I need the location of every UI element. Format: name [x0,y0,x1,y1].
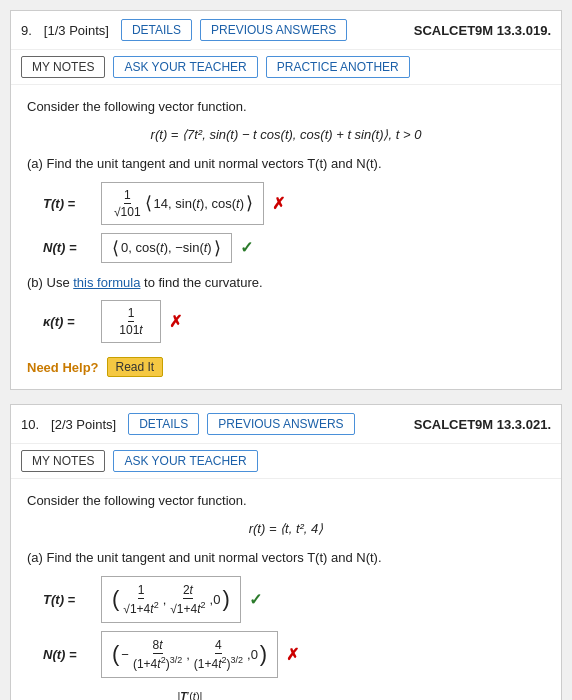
problem-9-body: Consider the following vector function. … [11,85,561,389]
problem-10-body: Consider the following vector function. … [11,479,561,700]
problem-10-header: 10. [2/3 Points] DETAILS PREVIOUS ANSWER… [11,405,561,444]
problem-9-part-b: (b) Use this formula to find the curvatu… [27,273,545,293]
problem-10-number: 10. [21,417,39,432]
T-label-9: T(t) = [43,196,93,211]
details-button-9[interactable]: DETAILS [121,19,192,41]
scalcet-label-10: SCALCET9M 13.3.021. [414,417,551,432]
my-notes-button-10[interactable]: MY NOTES [21,450,105,472]
problem-10-N-line: N(t) = ( − 8t (1+4t2)3/2 , 4 (1+4t2)3/2 … [43,631,545,678]
N-label-9: N(t) = [43,240,93,255]
N-label-10: N(t) = [43,647,93,662]
details-button-10[interactable]: DETAILS [128,413,199,435]
N-answer-10[interactable]: ( − 8t (1+4t2)3/2 , 4 (1+4t2)3/2 ,0 ) [101,631,278,678]
kappa-answer-9[interactable]: 1101t [101,300,161,343]
problem-10-r-eq: r(t) = ⟨t, t², 4⟩ [27,519,545,539]
kappa-incorrect-icon-9: ✗ [169,312,182,331]
N-incorrect-icon-10: ✗ [286,645,299,664]
problem-10-second-row: MY NOTES ASK YOUR TEACHER [11,444,561,479]
problem-9: 9. [1/3 Points] DETAILS PREVIOUS ANSWERS… [10,10,562,390]
problem-10-T-line: T(t) = ( 1 √1+4t2 , 2t √1+4t2 ,0 ) [43,576,545,623]
kappa-label-9: κ(t) = [43,314,93,329]
problem-10-points: [2/3 Points] [51,417,116,432]
ask-teacher-button-9[interactable]: ASK YOUR TEACHER [113,56,257,78]
T-label-10: T(t) = [43,592,93,607]
need-help-9: Need Help? Read It [27,357,545,377]
N-answer-9[interactable]: ⟨ 0, cos(t), −sin(t) ⟩ [101,233,232,263]
T-correct-icon-10: ✓ [249,590,262,609]
T-incorrect-icon-9: ✗ [272,194,285,213]
problem-9-number: 9. [21,23,32,38]
problem-9-part-a: (a) Find the unit tangent and unit norma… [27,154,545,174]
scalcet-label-9: SCALCET9M 13.3.019. [414,23,551,38]
problem-9-T-line: T(t) = 1√101 ⟨ 14, sin(t), cos(t) ⟩ ✗ [43,182,545,225]
problem-9-N-line: N(t) = ⟨ 0, cos(t), −sin(t) ⟩ ✓ [43,233,545,263]
ask-teacher-button-10[interactable]: ASK YOUR TEACHER [113,450,257,472]
problem-9-header: 9. [1/3 Points] DETAILS PREVIOUS ANSWERS… [11,11,561,50]
problem-10-part-b: (b) Use the formula κ(t) = |T′(t)| |r′(t… [27,688,545,701]
T-answer-9[interactable]: 1√101 ⟨ 14, sin(t), cos(t) ⟩ [101,182,264,225]
prev-answers-button-10[interactable]: PREVIOUS ANSWERS [207,413,354,435]
problem-9-points: [1/3 Points] [44,23,109,38]
T-answer-10[interactable]: ( 1 √1+4t2 , 2t √1+4t2 ,0 ) [101,576,241,623]
problem-9-second-row: MY NOTES ASK YOUR TEACHER PRACTICE ANOTH… [11,50,561,85]
problem-9-r-eq: r(t) = ⟨7t², sin(t) − t cos(t), cos(t) +… [27,125,545,145]
problem-9-intro: Consider the following vector function. [27,97,545,117]
practice-another-button-9[interactable]: PRACTICE ANOTHER [266,56,410,78]
prev-answers-button-9[interactable]: PREVIOUS ANSWERS [200,19,347,41]
problem-10-intro: Consider the following vector function. [27,491,545,511]
N-correct-icon-9: ✓ [240,238,253,257]
my-notes-button-9[interactable]: MY NOTES [21,56,105,78]
read-it-button-9[interactable]: Read It [107,357,164,377]
problem-10-part-a: (a) Find the unit tangent and unit norma… [27,548,545,568]
problem-10: 10. [2/3 Points] DETAILS PREVIOUS ANSWER… [10,404,562,700]
problem-9-kappa-line: κ(t) = 1101t ✗ [43,300,545,343]
